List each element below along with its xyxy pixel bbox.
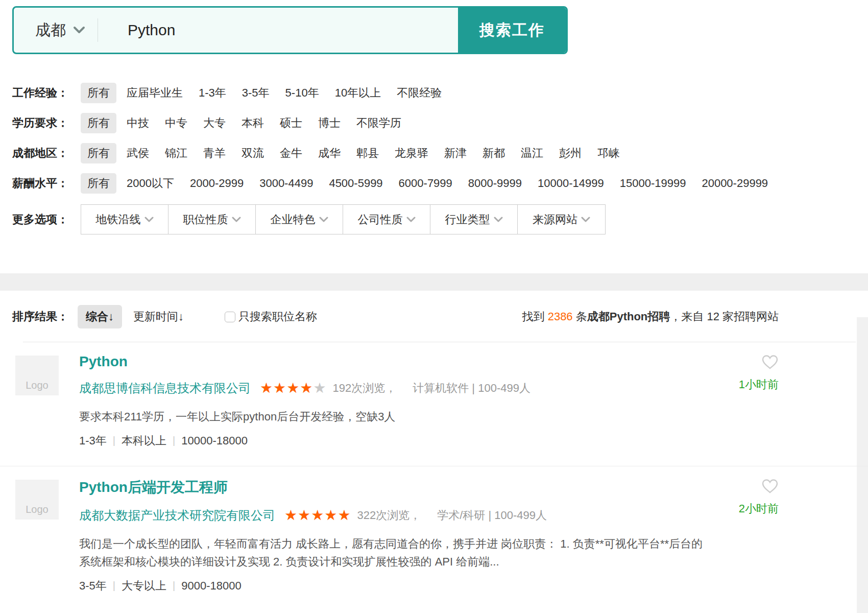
view-count: 192次浏览， bbox=[333, 381, 397, 396]
chevron-down-icon bbox=[494, 217, 503, 223]
job-card: Logo Python后端开发工程师 成都大数据产业技术研究院有限公司 ★★★★… bbox=[0, 466, 868, 611]
filter-option[interactable]: 本科 bbox=[242, 116, 264, 129]
job-education: 大专以上 bbox=[122, 578, 166, 594]
filter-option[interactable]: 6000-7999 bbox=[399, 177, 452, 190]
filter-option[interactable]: 武侯 bbox=[127, 147, 149, 159]
filter-option[interactable]: 硕士 bbox=[280, 116, 302, 129]
company-row: 成都大数据产业技术研究院有限公司 ★★★★★ 322次浏览， 学术/科研 | 1… bbox=[79, 507, 712, 524]
filter-selected-chip[interactable]: 所有 bbox=[81, 173, 116, 194]
filter-option[interactable]: 1-3年 bbox=[199, 86, 226, 99]
job-title-link[interactable]: Python bbox=[79, 353, 128, 370]
job-salary: 9000-18000 bbox=[181, 579, 241, 593]
industry-size: 学术/科研 | 100-499人 bbox=[437, 508, 547, 523]
filter-option[interactable]: 15000-19999 bbox=[620, 177, 686, 190]
filter-option[interactable]: 成华 bbox=[318, 147, 341, 159]
job-title-link[interactable]: Python后端开发工程师 bbox=[79, 478, 228, 497]
city-select-value: 成都 bbox=[35, 20, 66, 41]
filter-row-salary: 薪酬水平： 所有 2000以下2000-29993000-44994500-59… bbox=[12, 174, 868, 193]
more-options-dropdown[interactable]: 行业类型 bbox=[430, 205, 518, 234]
filter-selected-chip[interactable]: 所有 bbox=[81, 113, 116, 133]
search-bar: 成都 搜索工作 bbox=[12, 6, 568, 54]
more-options-dropdown[interactable]: 来源网站 bbox=[518, 205, 605, 234]
filter-option[interactable]: 青羊 bbox=[203, 147, 226, 159]
filter-option[interactable]: 博士 bbox=[318, 116, 341, 129]
title-only-checkbox-wrap[interactable]: 只搜索职位名称 bbox=[225, 309, 317, 324]
filter-option[interactable]: 中专 bbox=[165, 116, 187, 129]
filter-option[interactable]: 5-10年 bbox=[285, 86, 319, 99]
filter-row-education: 学历要求： 所有 中技中专大专本科硕士博士不限学历 bbox=[12, 114, 868, 132]
filter-option[interactable]: 20000-29999 bbox=[702, 177, 768, 190]
dropdown-label: 职位性质 bbox=[183, 212, 228, 227]
more-options-dropdown[interactable]: 公司性质 bbox=[343, 205, 430, 234]
star-rating: ★★★★★ bbox=[260, 381, 327, 395]
filter-option[interactable]: 8000-9999 bbox=[468, 177, 522, 190]
more-options-label: 更多选项： bbox=[12, 212, 81, 227]
search-input[interactable] bbox=[98, 8, 458, 53]
search-job-button[interactable]: 搜索工作 bbox=[458, 8, 566, 53]
sort-composite-button[interactable]: 综合↓ bbox=[78, 305, 122, 328]
meta-separator: | bbox=[173, 435, 175, 446]
filter-option[interactable]: 温江 bbox=[521, 147, 543, 159]
job-education: 本科以上 bbox=[122, 433, 166, 449]
section-divider-band bbox=[0, 273, 868, 291]
filter-option[interactable]: 3000-4499 bbox=[259, 177, 313, 190]
filter-options: 武侯锦江青羊双流金牛成华郫县龙泉驿新津新都温江彭州邛崃 bbox=[127, 146, 636, 161]
job-meta: 3-5年 | 大专以上 | 9000-18000 bbox=[79, 578, 712, 594]
filter-option[interactable]: 金牛 bbox=[280, 147, 302, 159]
filter-option[interactable]: 应届毕业生 bbox=[127, 86, 183, 99]
job-experience: 3-5年 bbox=[79, 578, 107, 594]
post-time: 1小时前 bbox=[739, 377, 779, 392]
filter-option[interactable]: 邛崃 bbox=[597, 147, 620, 159]
filter-row-district: 成都地区： 所有 武侯锦江青羊双流金牛成华郫县龙泉驿新津新都温江彭州邛崃 bbox=[12, 144, 868, 162]
summary-middle: 条 bbox=[573, 310, 587, 323]
filter-option[interactable]: 2000以下 bbox=[127, 177, 174, 190]
company-link[interactable]: 成都大数据产业技术研究院有限公司 bbox=[79, 507, 275, 524]
filter-option[interactable]: 中技 bbox=[127, 116, 149, 129]
company-logo-placeholder: Logo bbox=[15, 480, 59, 520]
stars-empty: ★ bbox=[313, 380, 326, 396]
chevron-down-icon bbox=[319, 217, 328, 223]
filter-option[interactable]: 2000-2999 bbox=[190, 177, 244, 190]
summary-highlight: 成都Python招聘 bbox=[587, 310, 670, 323]
dropdown-label: 来源网站 bbox=[533, 212, 577, 227]
summary-prefix: 找到 bbox=[522, 310, 548, 323]
filter-selected-chip[interactable]: 所有 bbox=[81, 143, 116, 163]
more-options-dropdowns: 地铁沿线职位性质企业特色公司性质行业类型来源网站 bbox=[81, 204, 606, 234]
filter-option[interactable]: 大专 bbox=[203, 116, 226, 129]
filter-options: 应届毕业生1-3年3-5年5-10年10年以上不限经验 bbox=[127, 85, 457, 101]
filter-panel: 工作经验： 所有 应届毕业生1-3年3-5年5-10年10年以上不限经验 学历要… bbox=[12, 84, 868, 193]
more-options-dropdown[interactable]: 职位性质 bbox=[168, 205, 256, 234]
filter-option[interactable]: 龙泉驿 bbox=[395, 147, 428, 159]
favorite-heart-icon[interactable] bbox=[761, 355, 779, 370]
stars-filled: ★★★★★ bbox=[284, 507, 351, 523]
filter-row-experience: 工作经验： 所有 应届毕业生1-3年3-5年5-10年10年以上不限经验 bbox=[12, 84, 868, 102]
filter-label: 工作经验： bbox=[12, 85, 81, 101]
favorite-heart-icon[interactable] bbox=[761, 479, 779, 494]
company-link[interactable]: 成都思博信科信息技术有限公司 bbox=[79, 380, 251, 396]
company-row: 成都思博信科信息技术有限公司 ★★★★★ 192次浏览， 计算机软件 | 100… bbox=[79, 380, 712, 396]
meta-separator: | bbox=[173, 580, 175, 592]
more-options-dropdown[interactable]: 企业特色 bbox=[256, 205, 343, 234]
filter-option[interactable]: 不限经验 bbox=[397, 86, 442, 99]
chevron-down-icon bbox=[73, 26, 85, 34]
city-select[interactable]: 成都 bbox=[14, 8, 98, 53]
filter-option[interactable]: 4500-5999 bbox=[329, 177, 382, 190]
filter-option[interactable]: 双流 bbox=[242, 147, 264, 159]
filter-option[interactable]: 郫县 bbox=[356, 147, 379, 159]
sort-update-time-button[interactable]: 更新时间↓ bbox=[133, 309, 184, 324]
filter-option[interactable]: 新津 bbox=[444, 147, 467, 159]
filter-selected-chip[interactable]: 所有 bbox=[81, 83, 116, 103]
chevron-down-icon bbox=[581, 217, 590, 223]
more-options-dropdown[interactable]: 地铁沿线 bbox=[81, 205, 168, 234]
title-only-checkbox[interactable] bbox=[225, 312, 235, 322]
chevron-down-icon bbox=[406, 217, 416, 223]
filter-option[interactable]: 不限学历 bbox=[356, 116, 401, 129]
filter-option[interactable]: 10000-14999 bbox=[538, 177, 604, 190]
filter-option[interactable]: 10年以上 bbox=[335, 86, 381, 99]
filter-option[interactable]: 锦江 bbox=[165, 147, 187, 159]
filter-option[interactable]: 3-5年 bbox=[242, 86, 270, 99]
meta-separator: | bbox=[113, 435, 115, 446]
filter-option[interactable]: 彭州 bbox=[559, 147, 582, 159]
filter-option[interactable]: 新都 bbox=[483, 147, 505, 159]
dropdown-label: 企业特色 bbox=[271, 212, 316, 227]
